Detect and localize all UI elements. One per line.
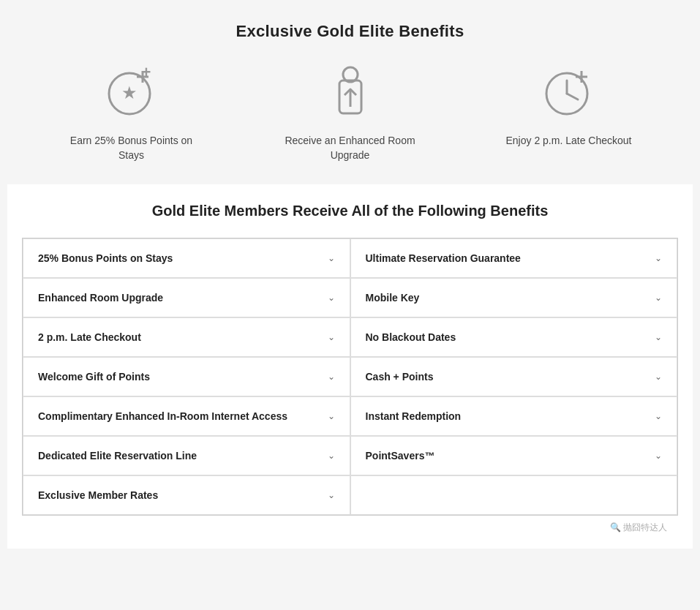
chevron-icon: ⌄ <box>655 411 662 421</box>
benefit-label-right-5: PointSavers™ <box>366 450 435 462</box>
benefit-label-left-5: Dedicated Elite Reservation Line <box>38 450 197 462</box>
chevron-icon: ⌄ <box>655 293 662 303</box>
icon-item-late-checkout: Enjoy 2 p.m. Late Checkout <box>459 59 678 148</box>
benefit-label-right-4: Instant Redemption <box>366 410 462 422</box>
svg-line-10 <box>567 94 578 99</box>
benefit-label-left-2: 2 p.m. Late Checkout <box>38 331 141 343</box>
chevron-icon: ⌄ <box>328 372 335 382</box>
bonus-points-icon: ★ + <box>99 59 165 125</box>
benefit-label-right-0: Ultimate Reservation Guarantee <box>366 252 521 264</box>
top-section: Exclusive Gold Elite Benefits ★ + Earn 2… <box>7 15 693 177</box>
chevron-icon: ⌄ <box>328 293 335 303</box>
benefit-item-right-1[interactable]: Mobile Key ⌄ <box>350 278 678 317</box>
watermark: 🔍 抛囧特达人 <box>22 516 678 534</box>
chevron-icon: ⌄ <box>328 451 335 461</box>
chevron-icon: ⌄ <box>655 253 662 263</box>
icon-item-bonus-points: ★ + Earn 25% Bonus Points on Stays <box>22 59 241 162</box>
benefit-item-right-6-empty <box>350 475 678 515</box>
benefit-label-left-1: Enhanced Room Upgrade <box>38 292 163 304</box>
benefit-item-right-3[interactable]: Cash + Points ⌄ <box>350 357 678 396</box>
benefit-item-left-2[interactable]: 2 p.m. Late Checkout ⌄ <box>23 317 350 357</box>
chevron-icon: ⌄ <box>328 332 335 342</box>
benefit-item-left-0[interactable]: 25% Bonus Points on Stays ⌄ <box>23 238 350 278</box>
icon-item-room-upgrade: Receive an Enhanced Room Upgrade <box>241 59 459 162</box>
late-checkout-label: Enjoy 2 p.m. Late Checkout <box>506 134 632 148</box>
late-checkout-icon <box>536 59 602 125</box>
benefit-item-left-4[interactable]: Complimentary Enhanced In-Room Internet … <box>23 396 350 436</box>
benefit-item-right-2[interactable]: No Blackout Dates ⌄ <box>350 317 678 357</box>
benefit-label-left-6: Exclusive Member Rates <box>38 489 158 501</box>
benefit-item-right-4[interactable]: Instant Redemption ⌄ <box>350 396 678 436</box>
benefit-item-left-3[interactable]: Welcome Gift of Points ⌄ <box>23 357 350 396</box>
benefit-item-left-6[interactable]: Exclusive Member Rates ⌄ <box>23 475 350 515</box>
chevron-icon: ⌄ <box>655 451 662 461</box>
chevron-icon: ⌄ <box>328 253 335 263</box>
benefit-label-right-3: Cash + Points <box>366 371 434 383</box>
room-upgrade-label: Receive an Enhanced Room Upgrade <box>285 134 416 162</box>
room-upgrade-icon <box>317 59 383 125</box>
chevron-icon: ⌄ <box>655 372 662 382</box>
benefit-label-left-0: 25% Bonus Points on Stays <box>38 252 173 264</box>
benefit-item-right-5[interactable]: PointSavers™ ⌄ <box>350 436 678 475</box>
benefits-grid: 25% Bonus Points on Stays ⌄ Ultimate Res… <box>22 238 678 516</box>
bottom-section: Gold Elite Members Receive All of the Fo… <box>7 184 693 549</box>
chevron-icon: ⌄ <box>655 332 662 342</box>
icons-row: ★ + Earn 25% Bonus Points on Stays <box>22 59 678 162</box>
svg-text:★: ★ <box>121 83 138 102</box>
benefit-label-right-2: No Blackout Dates <box>366 331 456 343</box>
page-wrapper: Exclusive Gold Elite Benefits ★ + Earn 2… <box>0 0 700 563</box>
benefit-label-left-3: Welcome Gift of Points <box>38 371 150 383</box>
top-title: Exclusive Gold Elite Benefits <box>22 22 678 41</box>
benefit-label-left-4: Complimentary Enhanced In-Room Internet … <box>38 410 287 422</box>
benefit-item-left-5[interactable]: Dedicated Elite Reservation Line ⌄ <box>23 436 350 475</box>
benefit-label-right-1: Mobile Key <box>366 292 420 304</box>
chevron-icon: ⌄ <box>328 490 335 500</box>
benefit-item-right-0[interactable]: Ultimate Reservation Guarantee ⌄ <box>350 238 678 278</box>
benefit-item-left-1[interactable]: Enhanced Room Upgrade ⌄ <box>23 278 350 317</box>
bonus-points-label: Earn 25% Bonus Points on Stays <box>66 134 197 162</box>
bottom-title: Gold Elite Members Receive All of the Fo… <box>22 203 678 219</box>
chevron-icon: ⌄ <box>328 411 335 421</box>
